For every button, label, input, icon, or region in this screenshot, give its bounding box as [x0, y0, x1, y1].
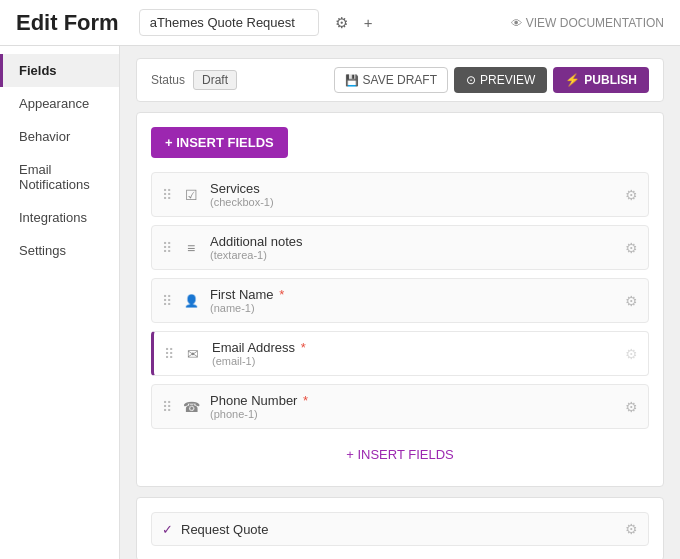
field-row-phone: ⠿ ☎ Phone Number * (phone-1) ⚙ — [151, 384, 649, 429]
field-settings-icon[interactable]: ⚙ — [625, 187, 638, 203]
field-row-first-name: ⠿ 👤 First Name * (name-1) ⚙ — [151, 278, 649, 323]
name-icon: 👤 — [180, 290, 202, 312]
page-title: Edit Form — [16, 10, 119, 36]
field-settings-icon[interactable]: ⚙ — [625, 240, 638, 256]
field-info: Services (checkbox-1) — [210, 181, 625, 208]
required-indicator: * — [279, 287, 284, 302]
sidebar-item-behavior[interactable]: Behavior — [0, 120, 119, 153]
drag-handle[interactable]: ⠿ — [164, 346, 174, 362]
field-name: Email Address * — [212, 340, 625, 355]
insert-fields-button-top[interactable]: + INSERT FIELDS — [151, 127, 288, 158]
checkmark-icon: ✓ — [162, 522, 173, 537]
sidebar-item-fields[interactable]: Fields — [0, 54, 119, 87]
header-icons: ⚙ + — [331, 12, 377, 34]
field-settings-icon[interactable]: ⚙ — [625, 293, 638, 309]
drag-handle[interactable]: ⠿ — [162, 399, 172, 415]
gear-icon-btn[interactable]: ⚙ — [331, 12, 352, 34]
sidebar: Fields Appearance Behavior Email Notific… — [0, 46, 120, 559]
preview-icon: ⊙ — [466, 73, 476, 87]
required-indicator: * — [301, 340, 306, 355]
publish-icon: ⚡ — [565, 73, 580, 87]
insert-fields-button-bottom[interactable]: + INSERT FIELDS — [151, 437, 649, 472]
field-type: (phone-1) — [210, 408, 625, 420]
drag-handle[interactable]: ⠿ — [162, 187, 172, 203]
sidebar-item-appearance[interactable]: Appearance — [0, 87, 119, 120]
sidebar-item-email-notifications[interactable]: Email Notifications — [0, 153, 119, 201]
field-info: Phone Number * (phone-1) — [210, 393, 625, 420]
field-name: Phone Number * — [210, 393, 625, 408]
field-type: (email-1) — [212, 355, 625, 367]
sidebar-item-integrations[interactable]: Integrations — [0, 201, 119, 234]
field-name: First Name * — [210, 287, 625, 302]
submit-area: ✓ Request Quote ⚙ — [136, 497, 664, 559]
email-icon: ✉ — [182, 343, 204, 365]
checkbox-icon: ☑ — [180, 184, 202, 206]
field-settings-icon[interactable]: ⚙ — [625, 399, 638, 415]
field-name: Services — [210, 181, 625, 196]
drag-handle[interactable]: ⠿ — [162, 293, 172, 309]
main-layout: Fields Appearance Behavior Email Notific… — [0, 46, 680, 559]
submit-field-info: Request Quote — [181, 522, 625, 537]
field-settings-icon[interactable]: ⚙ — [625, 346, 638, 362]
form-name-input[interactable] — [139, 9, 319, 36]
field-info: First Name * (name-1) — [210, 287, 625, 314]
submit-row: ✓ Request Quote ⚙ — [151, 512, 649, 546]
phone-icon: ☎ — [180, 396, 202, 418]
submit-settings-icon[interactable]: ⚙ — [625, 521, 638, 537]
required-indicator: * — [303, 393, 308, 408]
save-draft-button[interactable]: 💾 SAVE DRAFT — [334, 67, 448, 93]
submit-field-name: Request Quote — [181, 522, 625, 537]
field-row-additional-notes: ⠿ ≡ Additional notes (textarea-1) ⚙ — [151, 225, 649, 270]
save-icon: 💾 — [345, 74, 359, 87]
field-type: (textarea-1) — [210, 249, 625, 261]
header: Edit Form ⚙ + 👁 VIEW DOCUMENTATION — [0, 0, 680, 46]
form-fields-area: + INSERT FIELDS ⠿ ☑ Services (checkbox-1… — [136, 112, 664, 487]
status-actions: 💾 SAVE DRAFT ⊙ PREVIEW ⚡ PUBLISH — [334, 67, 649, 93]
status-label: Status — [151, 73, 185, 87]
field-info: Additional notes (textarea-1) — [210, 234, 625, 261]
field-row-services: ⠿ ☑ Services (checkbox-1) ⚙ — [151, 172, 649, 217]
field-type: (name-1) — [210, 302, 625, 314]
drag-handle[interactable]: ⠿ — [162, 240, 172, 256]
preview-button[interactable]: ⊙ PREVIEW — [454, 67, 547, 93]
field-row-email: ⠿ ✉ Email Address * (email-1) ⚙ — [151, 331, 649, 376]
add-tab-button[interactable]: + — [360, 12, 377, 33]
content-area: Status Draft 💾 SAVE DRAFT ⊙ PREVIEW ⚡ PU… — [120, 46, 680, 559]
sidebar-item-settings[interactable]: Settings — [0, 234, 119, 267]
textarea-icon: ≡ — [180, 237, 202, 259]
field-type: (checkbox-1) — [210, 196, 625, 208]
status-bar: Status Draft 💾 SAVE DRAFT ⊙ PREVIEW ⚡ PU… — [136, 58, 664, 102]
status-badge: Draft — [193, 70, 237, 90]
field-name: Additional notes — [210, 234, 625, 249]
view-documentation-link[interactable]: 👁 VIEW DOCUMENTATION — [511, 16, 664, 30]
publish-button[interactable]: ⚡ PUBLISH — [553, 67, 649, 93]
field-info: Email Address * (email-1) — [212, 340, 625, 367]
